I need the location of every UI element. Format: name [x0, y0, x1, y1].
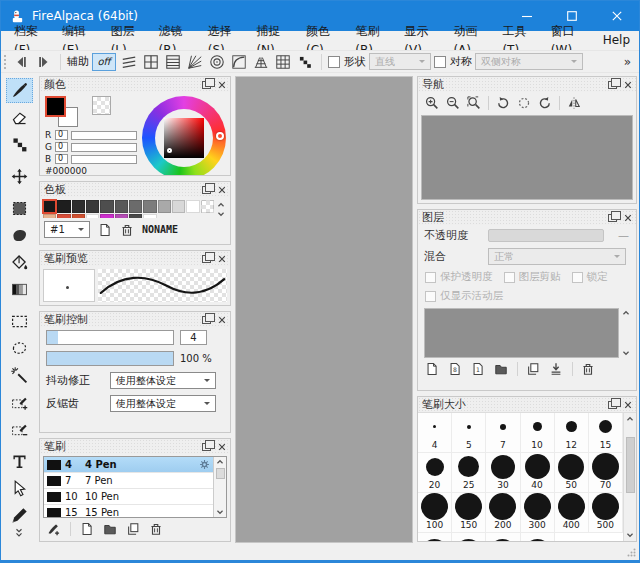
brush-size-cell[interactable]: 150: [452, 493, 486, 533]
concentric-circles-icon[interactable]: [207, 52, 227, 71]
scroll-down-button[interactable]: [622, 349, 630, 357]
edit-pen-icon[interactable]: [6, 503, 33, 528]
eraser-icon[interactable]: [6, 105, 33, 130]
palette-set-select[interactable]: #1: [44, 221, 90, 238]
layer-option-checkbox[interactable]: [425, 272, 436, 283]
duplicate-icon[interactable]: [517, 362, 540, 376]
trash-icon[interactable]: [149, 522, 163, 536]
select-erase-icon[interactable]: [6, 417, 33, 442]
brush-size-cell[interactable]: 100: [418, 493, 452, 533]
brush-size-cell[interactable]: 400: [555, 493, 589, 533]
brush-size-cell[interactable]: 4: [418, 413, 452, 453]
toolbar-overflow-button[interactable]: »: [624, 55, 635, 69]
duplicate-icon[interactable]: [126, 522, 140, 536]
rgb-channel-value[interactable]: 0: [55, 154, 68, 164]
brush-size-cell[interactable]: [486, 533, 520, 541]
select-add-icon[interactable]: [6, 390, 33, 415]
brush-size-cell[interactable]: 500: [589, 493, 623, 533]
navigator-preview[interactable]: [421, 115, 633, 200]
rotate-left-icon[interactable]: [488, 96, 510, 110]
symmetry-checkbox[interactable]: [434, 56, 446, 68]
doc-1-icon[interactable]: 1: [471, 362, 485, 376]
merge-down-icon[interactable]: [549, 362, 563, 376]
delete-swatch-button[interactable]: [120, 223, 134, 237]
brush-size-cell[interactable]: 50: [555, 453, 589, 493]
lasso-select-icon[interactable]: [6, 336, 33, 361]
brush-list-item[interactable]: 15 15 Pen: [44, 505, 213, 517]
palette-swatch[interactable]: [100, 200, 113, 213]
brush-list-item[interactable]: 10 10 Pen: [44, 489, 213, 505]
curve-snap-icon[interactable]: [229, 52, 249, 71]
brush-size-cell[interactable]: [452, 533, 486, 541]
float-panel-icon[interactable]: [202, 186, 211, 194]
prev-brush-button[interactable]: [11, 52, 31, 71]
rotate-right-icon[interactable]: [538, 96, 552, 110]
add-swatch-button[interactable]: [98, 223, 112, 237]
panel-close-icon[interactable]: [624, 81, 632, 89]
brush-size-value[interactable]: 4: [180, 330, 207, 345]
rgb-channel-slider[interactable]: [71, 155, 137, 164]
layer-option-checkbox[interactable]: [504, 272, 515, 283]
panel-close-icon[interactable]: [218, 186, 226, 194]
panel-close-icon[interactable]: [624, 401, 632, 409]
palette-swatch[interactable]: [129, 200, 142, 213]
palette-swatch[interactable]: [72, 200, 85, 213]
zoom-in-icon[interactable]: [425, 96, 439, 110]
brush-size-cell[interactable]: 70: [589, 453, 623, 493]
color-wheel[interactable]: [142, 96, 226, 176]
select-pen-icon[interactable]: [6, 223, 33, 248]
palette-swatch[interactable]: [43, 200, 56, 213]
layer-option-checkbox[interactable]: [425, 291, 436, 302]
assist-off-button[interactable]: off: [92, 53, 116, 71]
brush-setting-select[interactable]: 使用整体设定: [110, 372, 216, 389]
sv-indicator[interactable]: [167, 148, 172, 153]
resize-grip[interactable]: [627, 548, 636, 557]
palette-swatch[interactable]: [86, 200, 99, 213]
float-panel-icon[interactable]: [608, 81, 617, 89]
float-panel-icon[interactable]: [202, 81, 211, 89]
magic-wand-icon[interactable]: [6, 363, 33, 388]
brush-size-cell[interactable]: 20: [418, 453, 452, 493]
new-doc-icon[interactable]: [425, 362, 439, 376]
toolbar-drag-handle[interactable]: [3, 54, 8, 70]
scroll-up-button[interactable]: [217, 201, 225, 209]
rgb-channel-value[interactable]: 0: [55, 142, 68, 152]
float-panel-icon[interactable]: [608, 214, 617, 222]
brush-size-cell[interactable]: 200: [486, 493, 520, 533]
brush-add-icon[interactable]: [47, 522, 61, 536]
zoom-reset-icon[interactable]: [467, 96, 481, 110]
radial-lines-icon[interactable]: [185, 52, 205, 71]
palette-swatch[interactable]: [186, 200, 199, 213]
trash-icon[interactable]: [572, 362, 595, 376]
scrollbar-thumb[interactable]: [216, 468, 225, 479]
dot-icon[interactable]: [6, 132, 33, 157]
brush-setting-select[interactable]: 使用整体设定: [110, 395, 216, 412]
brush-size-cell[interactable]: 15: [589, 413, 623, 453]
canvas-area[interactable]: [235, 76, 413, 543]
transparent-color-swatch[interactable]: [92, 96, 111, 115]
hue-indicator[interactable]: [216, 132, 224, 140]
shape-checkbox[interactable]: [328, 56, 340, 68]
palette-swatch[interactable]: [158, 200, 171, 213]
folder-icon[interactable]: [103, 522, 117, 536]
scroll-down-button[interactable]: [216, 508, 224, 516]
brush-size-cell[interactable]: 300: [521, 493, 555, 533]
rgb-channel-slider[interactable]: [71, 131, 137, 140]
palette-swatch[interactable]: [172, 200, 185, 213]
panel-close-icon[interactable]: [218, 81, 226, 89]
perspective-grid-icon[interactable]: [251, 52, 271, 71]
layer-option-checkbox[interactable]: [572, 272, 583, 283]
text-icon[interactable]: [6, 449, 33, 474]
cross-grid-icon[interactable]: [141, 52, 161, 71]
brush-size-slider[interactable]: [46, 330, 174, 345]
float-panel-icon[interactable]: [202, 443, 211, 451]
operation-icon[interactable]: [6, 476, 33, 501]
folder-icon[interactable]: [494, 362, 508, 376]
panel-close-icon[interactable]: [218, 255, 226, 263]
brush-settings-button[interactable]: [199, 459, 210, 470]
move-icon[interactable]: [6, 164, 33, 189]
menu-item[interactable]: Help: [594, 31, 639, 50]
float-panel-icon[interactable]: [202, 316, 211, 324]
brush-size-cell[interactable]: [521, 533, 555, 541]
rgb-channel-slider[interactable]: [71, 143, 137, 152]
